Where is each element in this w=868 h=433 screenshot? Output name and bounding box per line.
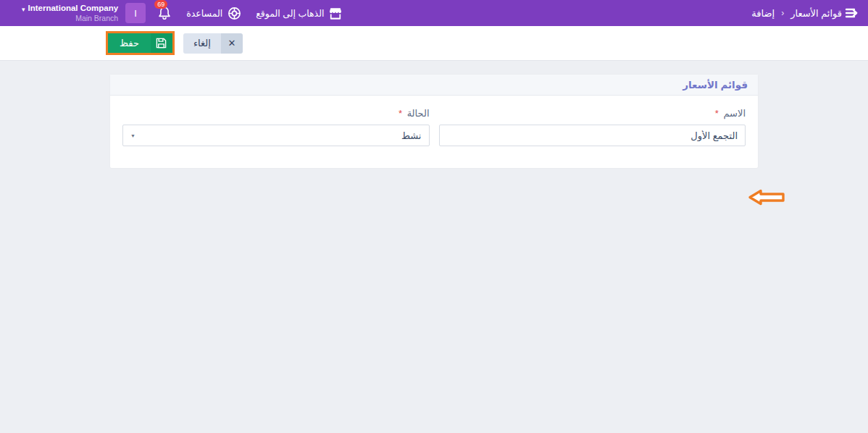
breadcrumb: قوائم الأسعار ‹ إضافة xyxy=(751,8,842,19)
save-button-highlight: حفظ xyxy=(106,31,175,55)
cancel-button[interactable]: إلغاء xyxy=(183,33,221,54)
chevron-down-icon: ▼ xyxy=(130,133,135,138)
form-action-toolbar: حفظ إلغاء ✕ xyxy=(0,26,868,61)
required-asterisk: * xyxy=(398,108,402,119)
help-link[interactable]: المساعدة xyxy=(186,7,241,20)
sidebar-toggle-button[interactable] xyxy=(843,6,861,20)
price-lists-card: قوائم الأسعار الاسم * الحالة * نشط ▼ xyxy=(110,75,758,168)
save-button-label: حفظ xyxy=(108,33,151,53)
avatar[interactable]: I xyxy=(125,3,146,23)
status-label-text: الحالة xyxy=(407,108,430,119)
main-content: قوائم الأسعار الاسم * الحالة * نشط ▼ xyxy=(0,61,868,168)
close-button[interactable]: ✕ xyxy=(221,33,243,54)
top-navbar: ▾ International Company Main Branch I 69… xyxy=(0,0,868,26)
close-icon: ✕ xyxy=(228,38,235,49)
name-label-text: الاسم xyxy=(723,108,746,119)
name-field-label: الاسم * xyxy=(439,108,746,119)
menu-arrow-icon xyxy=(843,6,861,20)
notification-badge: 69 xyxy=(154,0,167,9)
breadcrumb-current: إضافة xyxy=(751,8,775,19)
lifebuoy-icon xyxy=(228,7,241,20)
go-to-site-link[interactable]: الذهاب إلى الموقع xyxy=(256,7,342,20)
breadcrumb-section[interactable]: قوائم الأسعار xyxy=(790,8,842,19)
status-select[interactable]: نشط ▼ xyxy=(122,125,430,146)
help-link-label: المساعدة xyxy=(186,8,222,19)
chevron-down-icon: ▾ xyxy=(22,6,25,13)
name-field-group: الاسم * xyxy=(439,108,746,146)
annotation-arrow-icon xyxy=(748,189,785,206)
cancel-group: إلغاء ✕ xyxy=(183,33,243,54)
floppy-disk-icon xyxy=(151,33,172,53)
go-to-site-label: الذهاب إلى الموقع xyxy=(256,8,324,19)
storefront-icon xyxy=(329,7,342,20)
company-name: International Company xyxy=(28,4,119,13)
breadcrumb-separator-icon: ‹ xyxy=(781,8,784,18)
save-button[interactable]: حفظ xyxy=(108,33,172,53)
required-asterisk: * xyxy=(715,108,719,119)
status-selected-value: نشط xyxy=(401,130,422,141)
company-switcher[interactable]: ▾ International Company Main Branch xyxy=(22,4,118,22)
name-input[interactable] xyxy=(439,125,746,146)
notifications-button[interactable]: 69 xyxy=(157,5,172,21)
card-title: قوائم الأسعار xyxy=(110,75,758,96)
status-field-label: الحالة * xyxy=(122,108,430,119)
status-field-group: الحالة * نشط ▼ xyxy=(122,108,430,146)
branch-name: Main Branch xyxy=(28,14,119,22)
